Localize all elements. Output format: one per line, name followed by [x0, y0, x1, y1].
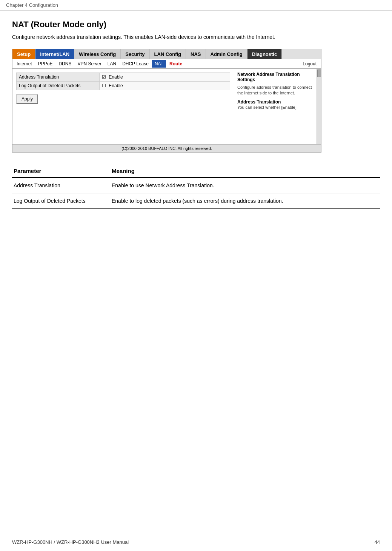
router-ui-screenshot: Setup Internet/LAN Wireless Config Secur…	[12, 49, 321, 153]
subtab-route[interactable]: Route	[167, 60, 185, 68]
tab-lan-config[interactable]: LAN Config	[150, 49, 186, 59]
table-row: Log Output of Deleted Packets Enable	[17, 82, 230, 90]
subtab-ddns[interactable]: DDNS	[56, 60, 74, 68]
sidebar-section-text: You can select whether [Enable]	[237, 105, 318, 110]
sub-nav: Internet PPPoE DDNS VPN Server LAN DHCP …	[12, 59, 321, 69]
param-log-output: Log Output of Deleted Packets	[12, 193, 110, 209]
table-row: Log Output of Deleted Packets Enable to …	[12, 193, 380, 209]
sidebar-fade	[234, 133, 321, 144]
scrollbar-thumb[interactable]	[317, 69, 321, 77]
router-footer: (C)2000-2010 BUFFALO INC. All rights res…	[12, 144, 321, 152]
page-title: NAT (Router Mode only)	[12, 20, 380, 29]
router-body: Address Translation Enable Log Output of…	[12, 69, 321, 144]
log-output-checkbox[interactable]	[102, 83, 108, 88]
breadcrumb-text: Chapter 4 Configuration	[6, 2, 58, 8]
param-col-header: Parameter	[12, 165, 110, 177]
top-nav: Setup Internet/LAN Wireless Config Secur…	[12, 49, 321, 59]
sidebar-title: Network Address Translation Settings	[237, 72, 318, 82]
address-translation-checkbox-cell[interactable]: Enable	[100, 73, 230, 82]
page-footer: WZR-HP-G300NH / WZR-HP-G300NH2 User Manu…	[12, 539, 380, 545]
sidebar-section-title: Address Translation	[237, 99, 318, 105]
tab-diagnostic[interactable]: Diagnostic	[247, 49, 282, 59]
table-row: Address Translation Enable	[17, 73, 230, 82]
tab-wireless-config[interactable]: Wireless Config	[74, 49, 121, 59]
address-translation-checkbox[interactable]	[102, 74, 108, 80]
subtab-internet[interactable]: Internet	[14, 60, 35, 68]
nat-form-table: Address Translation Enable Log Output of…	[16, 73, 230, 90]
sidebar-description: Configure address translation to connect…	[237, 85, 318, 96]
logout-link[interactable]: Logout	[303, 61, 320, 66]
address-translation-enable-label: Enable	[109, 74, 123, 80]
footer-manual-name: WZR-HP-G300NH / WZR-HP-G300NH2 User Manu…	[12, 539, 129, 545]
footer-page-number: 44	[375, 539, 380, 545]
tab-setup[interactable]: Setup	[12, 49, 35, 59]
meaning-col-header: Meaning	[110, 165, 380, 177]
apply-button[interactable]: Apply	[16, 94, 38, 104]
subtab-lan[interactable]: LAN	[105, 60, 119, 68]
subtab-nat[interactable]: NAT	[152, 60, 166, 68]
router-form: Address Translation Enable Log Output of…	[12, 69, 234, 144]
address-translation-label: Address Translation	[17, 73, 100, 82]
page-description: Configure network address translation se…	[12, 33, 380, 41]
log-output-checkbox-cell[interactable]: Enable	[100, 82, 230, 90]
scrollbar[interactable]	[317, 69, 321, 144]
table-row: Address Translation Enable to use Networ…	[12, 177, 380, 193]
tab-security[interactable]: Security	[121, 49, 149, 59]
tab-internet-lan[interactable]: Internet/LAN	[35, 49, 74, 59]
subtab-pppoe[interactable]: PPPoE	[35, 60, 55, 68]
log-output-label: Log Output of Deleted Packets	[17, 82, 100, 90]
router-sidebar: Network Address Translation Settings Con…	[234, 69, 321, 144]
tab-nas[interactable]: NAS	[186, 49, 206, 59]
breadcrumb: Chapter 4 Configuration	[0, 0, 392, 11]
subtab-dhcp-lease[interactable]: DHCP Lease	[120, 60, 151, 68]
tab-admin-config[interactable]: Admin Config	[206, 49, 247, 59]
param-address-translation: Address Translation	[12, 177, 110, 193]
log-output-enable-label: Enable	[109, 83, 123, 88]
meaning-address-translation: Enable to use Network Address Translatio…	[110, 177, 380, 193]
parameter-table: Parameter Meaning Address Translation En…	[12, 165, 380, 209]
subtab-vpn-server[interactable]: VPN Server	[75, 60, 104, 68]
meaning-log-output: Enable to log deleted packets (such as e…	[110, 193, 380, 209]
